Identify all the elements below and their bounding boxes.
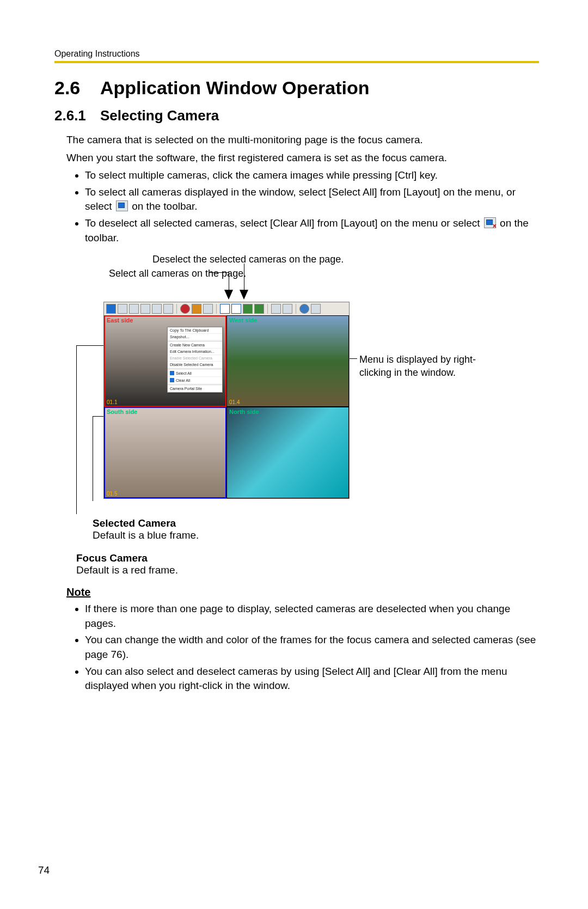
select-all-button[interactable]: [271, 304, 281, 314]
menu-separator: [168, 369, 222, 369]
intro-p1: The camera that is selected on the multi…: [66, 133, 539, 148]
layout-button[interactable]: [220, 304, 230, 314]
text: on the toolbar.: [132, 200, 197, 212]
note-list: If there is more than one page to displa…: [54, 602, 539, 693]
connector: [76, 345, 77, 514]
intro-text: The camera that is selected on the multi…: [66, 133, 539, 165]
note-item: You can also select and deselect cameras…: [85, 664, 539, 693]
toolbar-separator: [296, 304, 296, 314]
camera-id: 01.5: [107, 491, 117, 497]
note-item: You can change the width and color of th…: [85, 633, 539, 662]
label-desc: Default is a red frame.: [76, 564, 539, 576]
clear-all-icon: [484, 217, 496, 228]
camera-panel-selected[interactable]: South side 01.5: [104, 407, 226, 498]
arrow-head-icon: [240, 290, 248, 300]
callout-deselect: Deselect the selected cameras on the pag…: [152, 253, 344, 266]
intro-p2: When you start the software, the first r…: [66, 151, 539, 166]
instruction-item: To select all cameras displayed in the w…: [85, 185, 539, 214]
camera-id: 01.4: [229, 399, 240, 405]
menu-item[interactable]: Edit Camera Information...: [168, 349, 222, 355]
toolbar-separator: [216, 304, 217, 314]
connector: [93, 416, 93, 501]
instruction-list: To select multiple cameras, click the ca…: [54, 168, 539, 245]
callout-select-all: Select all cameras on the page.: [109, 267, 246, 280]
menu-item[interactable]: Disable Selected Camera: [168, 362, 222, 368]
header-rule: [54, 61, 539, 63]
toolbar-button[interactable]: [152, 304, 162, 314]
context-menu[interactable]: Copy To The Clipboard Snapshot... Create…: [167, 327, 223, 393]
camera-id: 01.1: [107, 399, 117, 405]
label-title: Focus Camera: [76, 552, 539, 564]
toolbar-separator: [267, 304, 268, 314]
note-item: If there is more than one page to displa…: [85, 602, 539, 631]
connector: [93, 416, 103, 417]
camera-grid: East side 01.1 Copy To The Clipboard Sna…: [104, 315, 349, 498]
camera-panel-focus[interactable]: East side 01.1 Copy To The Clipboard Sna…: [104, 315, 226, 407]
select-all-icon: [116, 200, 128, 211]
menu-item[interactable]: Camera Portal Site: [168, 386, 222, 392]
app-toolbar: [104, 302, 349, 316]
menu-item: Enable Selected Camera: [168, 355, 222, 362]
selected-camera-label: Selected Camera Default is a blue frame.: [93, 517, 539, 541]
subsection-number: 2.6.1: [54, 107, 100, 124]
globe-button[interactable]: [299, 304, 309, 314]
section-heading: 2.6Application Window Operation: [54, 77, 539, 99]
toolbar-button[interactable]: [311, 304, 321, 314]
toolbar-button[interactable]: [106, 304, 116, 314]
toolbar-button[interactable]: [118, 304, 127, 314]
toolbar-button[interactable]: [203, 304, 213, 314]
arrow-line: [244, 264, 244, 292]
camera-label: South side: [107, 408, 137, 415]
layout-button[interactable]: [231, 304, 241, 314]
instruction-item: To deselect all selected cameras, select…: [85, 216, 539, 245]
arrow-line: [229, 272, 229, 292]
toolbar-button[interactable]: [140, 304, 150, 314]
camera-panel[interactable]: West side 01.4: [226, 315, 349, 407]
label-title: Selected Camera: [93, 517, 539, 529]
camera-label: West side: [229, 317, 257, 324]
menu-item[interactable]: Snapshot...: [168, 334, 222, 340]
arrow-head-icon: [224, 290, 233, 300]
running-header: Operating Instructions: [54, 49, 539, 59]
section-title: Application Window Operation: [100, 77, 370, 98]
instruction-item: To select multiple cameras, click the ca…: [85, 168, 539, 183]
camera-panel[interactable]: North side: [226, 407, 349, 498]
toolbar-button[interactable]: [254, 304, 264, 314]
camera-label: East side: [107, 317, 133, 324]
menu-item[interactable]: Copy To The Clipboard: [168, 327, 222, 334]
toolbar-button[interactable]: [163, 304, 173, 314]
page-number: 74: [38, 864, 50, 876]
record-button[interactable]: [180, 304, 190, 314]
menu-item-clear-all[interactable]: Clear All: [168, 377, 222, 384]
callout-rightclick: Menu is displayed by right-clicking in t…: [359, 353, 479, 380]
text: To deselect all selected cameras, select…: [85, 217, 483, 229]
menu-separator: [168, 385, 222, 385]
label-desc: Default is a blue frame.: [93, 529, 539, 541]
connector: [76, 345, 103, 346]
app-screenshot: East side 01.1 Copy To The Clipboard Sna…: [103, 302, 350, 499]
subsection-title: Selecting Camera: [100, 107, 219, 124]
subsection-heading: 2.6.1Selecting Camera: [54, 107, 539, 124]
figure-area: Deselect the selected cameras on the pag…: [54, 253, 523, 514]
connector: [210, 272, 229, 273]
note-heading: Note: [66, 586, 539, 599]
toolbar-separator: [176, 304, 177, 314]
layout-button[interactable]: [243, 304, 253, 314]
focus-camera-label: Focus Camera Default is a red frame.: [76, 552, 539, 576]
menu-item-select-all[interactable]: Select All: [168, 370, 222, 377]
menu-item[interactable]: Create New Camera: [168, 342, 222, 349]
toolbar-button[interactable]: [129, 304, 139, 314]
camera-label: North side: [229, 408, 259, 415]
section-number: 2.6: [54, 77, 100, 99]
toolbar-button[interactable]: [192, 304, 201, 314]
menu-separator: [168, 341, 222, 341]
clear-all-button[interactable]: [283, 304, 292, 314]
